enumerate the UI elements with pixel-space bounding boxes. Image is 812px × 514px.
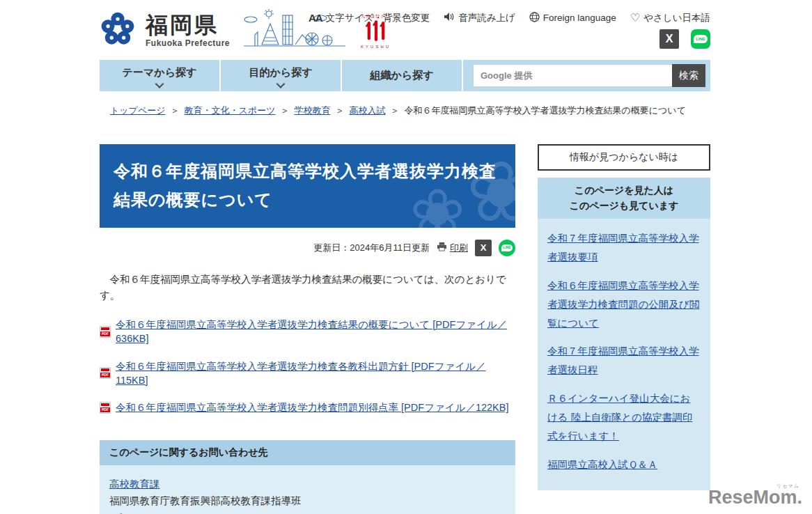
related-link-qa[interactable]: 福岡県立高校入試Ｑ＆Ａ bbox=[547, 455, 701, 474]
pdf-file-icon: PDF bbox=[100, 402, 111, 414]
foreign-language-option[interactable]: Foreign language bbox=[529, 12, 616, 24]
easy-japanese-option[interactable]: ♡ やさしい日本語 bbox=[630, 11, 710, 24]
breadcrumb-separator: ＞ bbox=[280, 104, 289, 117]
breadcrumb-link-exam[interactable]: 高校入試 bbox=[349, 104, 385, 117]
x-share-icon[interactable]: X bbox=[475, 240, 492, 256]
speech-readout-label: 音声読み上げ bbox=[458, 12, 515, 24]
nav-tab-label: 組織から探す bbox=[370, 69, 433, 82]
info-not-found-button[interactable]: 情報が見つからない時は bbox=[538, 144, 710, 171]
line-icon-label: LINE bbox=[501, 244, 513, 251]
contact-body: 高校教育課 福岡県教育庁教育振興部高校教育課指導班 Tel：092-643-39… bbox=[100, 465, 515, 514]
site-search: 検索 bbox=[463, 60, 710, 91]
nav-tab-label: 目的から探す bbox=[249, 66, 312, 79]
resemom-ruby: リセマム bbox=[776, 483, 799, 488]
line-icon-label: LINE bbox=[694, 35, 708, 43]
font-size-icon: AA bbox=[309, 12, 322, 24]
pdf-row: PDF 令和６年度福岡県立高等学校入学者選抜学力検査結果の概要について [PDF… bbox=[100, 318, 515, 346]
pref-name: 福岡県 bbox=[146, 14, 230, 36]
font-size-option[interactable]: AA 文字サイズ・背景色変更 bbox=[309, 12, 430, 24]
heart-icon: ♡ bbox=[630, 11, 640, 24]
updated-date: 更新日：2024年6月11日更新 bbox=[313, 242, 430, 254]
contact-section: このページに関するお問い合わせ先 高校教育課 福岡県教育庁教育振興部高校教育課指… bbox=[100, 440, 515, 514]
resemom-watermark: リセマム ReseMom. bbox=[708, 488, 802, 507]
pref-name-en: Fukuoka Prefecture bbox=[146, 39, 230, 47]
related-link-r6-interhigh[interactable]: Ｒ６インターハイ登山大会における 陸上自衛隊との協定書調印式を行います！ bbox=[547, 389, 701, 445]
easy-japanese-label: やさしい日本語 bbox=[643, 12, 710, 24]
breadcrumb-separator: ＞ bbox=[390, 104, 399, 117]
search-button[interactable]: 検索 bbox=[672, 64, 705, 87]
print-link[interactable]: 印刷 bbox=[437, 242, 468, 254]
related-heading-line2: このページも見ています bbox=[540, 198, 708, 214]
print-label: 印刷 bbox=[450, 242, 468, 254]
header-social: X LINE bbox=[659, 29, 710, 49]
contact-tel: Tel：092-643-3905 bbox=[109, 510, 506, 514]
line-social-icon[interactable]: LINE bbox=[691, 29, 710, 49]
kyushu-en: KYUSHU bbox=[361, 45, 391, 49]
related-pages-heading: このページを見た人は このページも見ています bbox=[538, 178, 710, 219]
printer-icon bbox=[437, 242, 447, 254]
resemom-logo-text: ReseMom. bbox=[708, 487, 802, 508]
search-input[interactable] bbox=[473, 64, 672, 87]
page-title: 令和６年度福岡県立高等学校入学者選抜学力検査結果の概要について bbox=[114, 157, 501, 215]
update-row: 更新日：2024年6月11日更新 印刷 X LINE bbox=[100, 240, 515, 256]
main-nav: テーマから探す 目的から探す 組織から探す 検索 bbox=[100, 60, 710, 91]
pdf-link-list: PDF 令和６年度福岡県立高等学校入学者選抜学力検査結果の概要について [PDF… bbox=[100, 318, 515, 414]
pdf-row: PDF 令和６年度福岡県立高等学校入学者選抜学力検査問題別得点率 [PDFファイ… bbox=[100, 400, 515, 414]
breadcrumb-separator: ＞ bbox=[171, 104, 180, 117]
speaker-icon bbox=[444, 12, 455, 24]
pdf-file-icon: PDF bbox=[100, 326, 111, 338]
pdf-link-policy[interactable]: 令和６年度福岡県立高等学校入学者選抜学力検査各教科出題方針 [PDFファイル／1… bbox=[116, 359, 515, 388]
site-header: 福岡県 Fukuoka Prefecture bbox=[100, 8, 710, 59]
chevron-down-icon bbox=[276, 79, 286, 88]
fukuoka-blossom-icon bbox=[100, 11, 136, 50]
nav-tab-theme[interactable]: テーマから探す bbox=[100, 60, 221, 91]
breadcrumb-link-education[interactable]: 教育・文化・スポーツ bbox=[185, 104, 276, 117]
globe-icon bbox=[529, 12, 540, 24]
nav-tab-purpose[interactable]: 目的から探す bbox=[221, 60, 342, 91]
contact-department-link[interactable]: 高校教育課 bbox=[109, 478, 160, 490]
contact-division: 福岡県教育庁教育振興部高校教育課指導班 bbox=[109, 493, 506, 510]
breadcrumb: トップページ ＞ 教育・文化・スポーツ ＞ 学校教育 ＞ 高校入試 ＞ 令和６年… bbox=[110, 104, 710, 117]
chevron-down-icon bbox=[155, 79, 164, 88]
breadcrumb-separator: ＞ bbox=[335, 104, 344, 117]
line-share-icon[interactable]: LINE bbox=[499, 240, 515, 256]
breadcrumb-current: 令和６年度福岡県立高等学校入学者選抜学力検査結果の概要について bbox=[404, 104, 686, 117]
breadcrumb-link-home[interactable]: トップページ bbox=[110, 104, 166, 117]
related-link-r6-mondai-koukai[interactable]: 令和６年度福岡県立高等学校入学者選抜学力検査問題の公開及び閲覧について bbox=[547, 277, 701, 332]
related-pages-list: 令和７年度福岡県立高等学校入学者選抜要項 令和６年度福岡県立高等学校入学者選抜学… bbox=[538, 219, 710, 490]
speech-readout-option[interactable]: 音声読み上げ bbox=[444, 12, 515, 24]
related-link-r7-youkou[interactable]: 令和７年度福岡県立高等学校入学者選抜要項 bbox=[547, 229, 701, 267]
breadcrumb-link-school[interactable]: 学校教育 bbox=[294, 104, 330, 117]
foreign-language-label: Foreign language bbox=[543, 13, 616, 23]
x-social-icon[interactable]: X bbox=[659, 29, 679, 49]
page-title-banner: 令和６年度福岡県立高等学校入学者選抜学力検査結果の概要について ❀ ❀ bbox=[100, 144, 515, 228]
related-link-r7-nittei[interactable]: 令和７年度福岡県立高等学校入学者選抜日程 bbox=[547, 342, 701, 380]
contact-heading: このページに関するお問い合わせ先 bbox=[100, 440, 515, 465]
nav-tab-label: テーマから探す bbox=[123, 66, 197, 79]
pdf-file-icon: PDF bbox=[100, 367, 111, 379]
intro-paragraph: 令和６年度福岡県立高等学校入学者選抜学力検査結果の概要については、次のとおりです… bbox=[100, 272, 515, 304]
sidebar: 情報が見つからない時は このページを見た人は このページも見ています 令和７年度… bbox=[538, 144, 710, 514]
pdf-row: PDF 令和６年度福岡県立高等学校入学者選抜学力検査各教科出題方針 [PDFファ… bbox=[100, 359, 515, 388]
pdf-link-overview[interactable]: 令和６年度福岡県立高等学校入学者選抜学力検査結果の概要について [PDFファイル… bbox=[116, 318, 515, 346]
utility-nav: AA 文字サイズ・背景色変更 音声読み上げ bbox=[309, 11, 710, 24]
page: 福岡県 Fukuoka Prefecture bbox=[0, 0, 812, 514]
pdf-link-score-rate[interactable]: 令和６年度福岡県立高等学校入学者選抜学力検査問題別得点率 [PDFファイル／12… bbox=[116, 400, 508, 414]
related-heading-line1: このページを見た人は bbox=[540, 183, 708, 198]
nav-tab-organization[interactable]: 組織から探す bbox=[342, 60, 463, 91]
main-content: 令和６年度福岡県立高等学校入学者選抜学力検査結果の概要について ❀ ❀ 更新日：… bbox=[100, 144, 515, 514]
font-size-label: 文字サイズ・背景色変更 bbox=[326, 12, 430, 24]
related-pages-panel: このページを見た人は このページも見ています 令和７年度福岡県立高等学校入学者選… bbox=[538, 178, 710, 490]
